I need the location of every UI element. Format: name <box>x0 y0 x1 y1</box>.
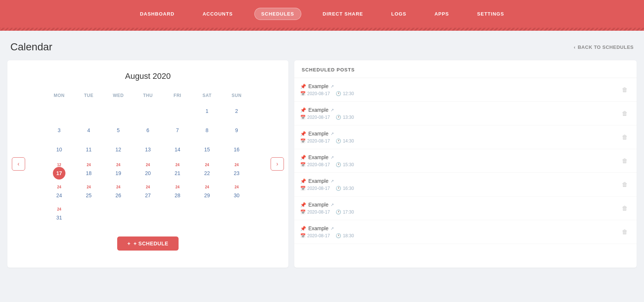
cal-cell-24[interactable]: 24 24 <box>44 183 74 204</box>
post-info-7: 📌 Example ↗ 📅 2020-08-17 🕐 18:30 <box>300 225 354 238</box>
day-name-sat: SAT <box>192 91 222 100</box>
cal-date-7[interactable]: 7 <box>171 124 184 137</box>
delete-post-5-button[interactable]: 🗑 <box>619 180 631 189</box>
cal-cell-30[interactable]: 24 30 <box>222 183 251 204</box>
cal-cell-12[interactable]: 12 <box>104 142 133 160</box>
nav-accounts[interactable]: ACCOUNTS <box>196 8 240 20</box>
calendar-next-button[interactable]: › <box>271 157 284 171</box>
cal-cell <box>74 103 104 121</box>
calendar-icon-5: 📅 <box>300 186 306 191</box>
clock-icon-7: 🕐 <box>336 233 341 238</box>
cal-date-12[interactable]: 12 <box>112 143 125 156</box>
cal-date-23[interactable]: 23 <box>230 167 243 179</box>
nav-direct-share[interactable]: DIRECT SHARE <box>316 8 370 20</box>
cal-cell-2[interactable]: 2 <box>222 103 251 121</box>
cal-cell-18[interactable]: 24 18 <box>74 161 104 182</box>
external-link-icon-5[interactable]: ↗ <box>331 179 334 184</box>
delete-post-6-button[interactable]: 🗑 <box>619 204 631 213</box>
cal-date-28[interactable]: 28 <box>171 189 184 202</box>
cal-cell-14[interactable]: 14 <box>163 142 192 160</box>
nav-logs[interactable]: LOGS <box>384 8 413 20</box>
cal-date-3[interactable]: 3 <box>53 124 65 137</box>
external-link-icon-4[interactable]: ↗ <box>331 155 334 160</box>
cal-cell-5[interactable]: 5 <box>104 123 133 140</box>
delete-post-4-button[interactable]: 🗑 <box>619 156 631 166</box>
back-to-schedules-link[interactable]: ‹ BACK TO SCHEDULES <box>574 44 634 50</box>
cal-date-21[interactable]: 21 <box>171 167 184 179</box>
cal-cell-3[interactable]: 3 <box>44 123 74 140</box>
external-link-icon-1[interactable]: ↗ <box>331 84 334 89</box>
external-link-icon-2[interactable]: ↗ <box>331 108 334 113</box>
schedule-button[interactable]: + + SCHEDULE <box>117 236 179 251</box>
cal-date-2[interactable]: 2 <box>230 105 243 117</box>
calendar-prev-button[interactable]: ‹ <box>12 157 25 171</box>
cal-cell-31[interactable]: 24 31 <box>44 205 74 226</box>
external-link-icon-3[interactable]: ↗ <box>331 131 334 136</box>
post-time-6: 🕐 17:30 <box>336 209 354 215</box>
nav-settings[interactable]: SETTINGS <box>471 8 511 20</box>
cal-date-15[interactable]: 15 <box>201 143 213 156</box>
cal-date-13[interactable]: 13 <box>142 143 154 156</box>
cal-cell-19[interactable]: 24 19 <box>104 161 133 182</box>
cal-cell-7[interactable]: 7 <box>163 123 192 140</box>
post-item-7: 📌 Example ↗ 📅 2020-08-17 🕐 18:30 <box>294 220 637 244</box>
cal-cell-11[interactable]: 11 <box>74 142 104 160</box>
cal-date-20[interactable]: 20 <box>142 167 154 179</box>
cal-cell-6[interactable]: 6 <box>133 123 163 140</box>
cal-date-30[interactable]: 30 <box>230 189 243 202</box>
cal-date-31[interactable]: 31 <box>53 211 65 224</box>
delete-post-3-button[interactable]: 🗑 <box>619 132 631 142</box>
chevron-left-icon: ‹ <box>574 44 576 50</box>
nav-dashboard[interactable]: DASHBOARD <box>133 8 181 20</box>
cal-date-29[interactable]: 29 <box>201 189 213 202</box>
external-link-icon-7[interactable]: ↗ <box>331 226 334 231</box>
cal-date-4[interactable]: 4 <box>82 124 95 137</box>
cal-cell-25[interactable]: 24 25 <box>74 183 104 204</box>
cal-cell-8[interactable]: 8 <box>192 123 222 140</box>
post-info-4: 📌 Example ↗ 📅 2020-08-17 🕐 15:30 <box>300 154 354 167</box>
delete-post-2-button[interactable]: 🗑 <box>619 109 631 118</box>
cal-cell-10[interactable]: 10 <box>44 142 74 160</box>
post-info-5: 📌 Example ↗ 📅 2020-08-17 🕐 16:30 <box>300 178 354 191</box>
cal-date-22[interactable]: 22 <box>201 167 213 179</box>
nav-apps[interactable]: APPS <box>428 8 455 20</box>
cal-date-5[interactable]: 5 <box>112 124 125 137</box>
cal-cell-23[interactable]: 24 23 <box>222 161 251 182</box>
pin-icon-7: 📌 <box>300 226 306 231</box>
cal-badge-28: 24 <box>175 185 179 189</box>
cal-cell-16[interactable]: 16 <box>222 142 251 160</box>
delete-post-1-button[interactable]: 🗑 <box>619 85 631 95</box>
cal-cell-13[interactable]: 13 <box>133 142 163 160</box>
cal-cell-1[interactable]: 1 <box>192 103 222 121</box>
cal-date-11[interactable]: 11 <box>82 143 95 156</box>
cal-cell-17[interactable]: 12 17 <box>44 161 74 182</box>
cal-date-9[interactable]: 9 <box>230 124 243 137</box>
cal-date-17[interactable]: 17 <box>53 167 65 179</box>
cal-cell-27[interactable]: 24 27 <box>133 183 163 204</box>
cal-cell-22[interactable]: 24 22 <box>192 161 222 182</box>
cal-date-19[interactable]: 19 <box>112 167 125 179</box>
cal-cell-26[interactable]: 24 26 <box>104 183 133 204</box>
delete-post-7-button[interactable]: 🗑 <box>619 227 631 237</box>
cal-cell-4[interactable]: 4 <box>74 123 104 140</box>
cal-date-18[interactable]: 18 <box>82 167 95 179</box>
cal-date-6[interactable]: 6 <box>142 124 154 137</box>
cal-date-8[interactable]: 8 <box>201 124 213 137</box>
cal-date-24[interactable]: 24 <box>53 189 65 202</box>
cal-date-25[interactable]: 25 <box>82 189 95 202</box>
cal-date-26[interactable]: 26 <box>112 189 125 202</box>
cal-date-16[interactable]: 16 <box>230 143 243 156</box>
cal-cell-20[interactable]: 24 20 <box>133 161 163 182</box>
cal-date-27[interactable]: 27 <box>142 189 154 202</box>
cal-cell-15[interactable]: 15 <box>192 142 222 160</box>
cal-cell-28[interactable]: 24 28 <box>163 183 192 204</box>
cal-date-14[interactable]: 14 <box>171 143 184 156</box>
cal-date-10[interactable]: 10 <box>53 143 65 156</box>
cal-cell-9[interactable]: 9 <box>222 123 251 140</box>
nav-schedules[interactable]: SCHEDULES <box>254 8 301 20</box>
cal-date-1[interactable]: 1 <box>201 105 213 117</box>
cal-cell-21[interactable]: 24 21 <box>163 161 192 182</box>
external-link-icon-6[interactable]: ↗ <box>331 202 334 207</box>
cal-cell-29[interactable]: 24 29 <box>192 183 222 204</box>
cal-badge-27: 24 <box>146 185 150 189</box>
